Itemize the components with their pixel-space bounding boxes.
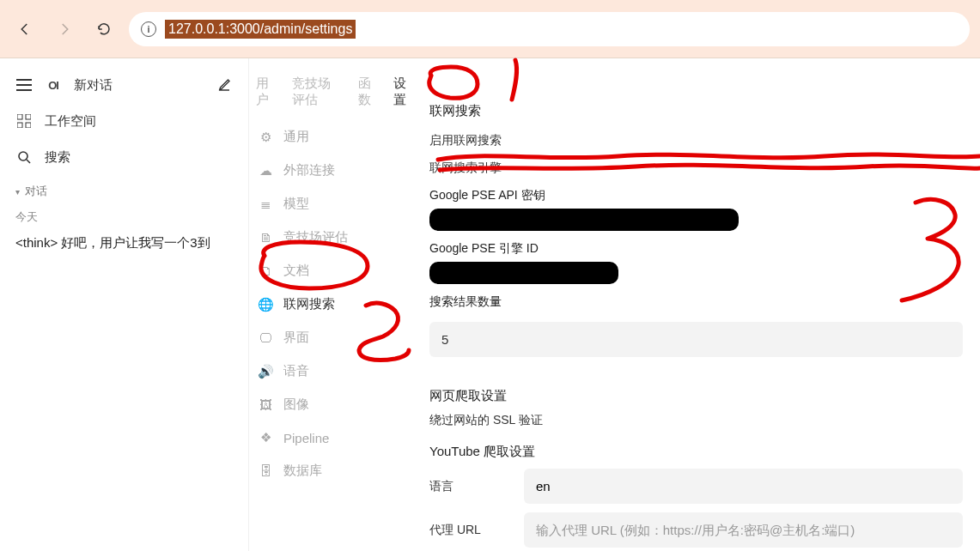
websearch-heading: 联网搜索 bbox=[429, 103, 963, 119]
settings-nav-voice[interactable]: 🔊 语音 bbox=[249, 354, 421, 388]
settings-nav-label: 外部连接 bbox=[283, 162, 335, 179]
svg-point-4 bbox=[19, 152, 27, 160]
globe-icon: 🌐 bbox=[258, 297, 273, 312]
settings-nav-external[interactable]: ☁ 外部连接 bbox=[249, 154, 421, 187]
proxy-row: 代理 URL bbox=[429, 512, 963, 548]
settings-nav-label: Pipeline bbox=[283, 431, 329, 445]
back-button[interactable] bbox=[10, 15, 40, 44]
settings-nav-pipeline[interactable]: ❖ Pipeline bbox=[249, 421, 421, 454]
settings-nav-label: 语音 bbox=[283, 363, 309, 379]
settings-content: 联网搜索 启用联网搜索 联网搜索引擎 Google PSE API 密钥 Goo… bbox=[421, 58, 980, 551]
engine-row: 联网搜索引擎 bbox=[429, 160, 963, 176]
settings-nav-column: 用户 竞技场评估 函数 设置 ⚙ 通用 ☁ 外部连接 ≣ 模型 🗎 竞技场评估 … bbox=[249, 58, 421, 551]
proxy-label: 代理 URL bbox=[429, 523, 481, 538]
new-chat-row[interactable]: OI 新对话 bbox=[10, 67, 238, 103]
settings-nav-label: 界面 bbox=[283, 330, 309, 346]
settings-nav-models[interactable]: ≣ 模型 bbox=[249, 187, 421, 221]
search-icon bbox=[15, 148, 33, 166]
settings-nav-label: 图像 bbox=[283, 397, 309, 413]
language-input[interactable] bbox=[524, 469, 963, 504]
chat-item[interactable]: <think> 好吧，用户让我写一个3到 bbox=[10, 228, 238, 258]
settings-nav-label: 文档 bbox=[283, 263, 309, 279]
grid-icon bbox=[15, 112, 33, 130]
image-icon: 🖼 bbox=[258, 397, 273, 413]
settings-nav-database[interactable]: 🗄 数据库 bbox=[249, 454, 421, 487]
engine-id-label: Google PSE 引擎 ID bbox=[429, 241, 963, 257]
engine-label: 联网搜索引擎 bbox=[429, 160, 502, 176]
workspace-row[interactable]: 工作空间 bbox=[10, 103, 238, 139]
ssl-bypass-row: 绕过网站的 SSL 验证 bbox=[429, 413, 963, 428]
api-key-label: Google PSE API 密钥 bbox=[429, 188, 963, 203]
arrow-left-icon bbox=[17, 21, 33, 37]
settings-nav-websearch[interactable]: 🌐 联网搜索 bbox=[249, 288, 421, 321]
conversations-section[interactable]: ▾ 对话 bbox=[10, 175, 238, 203]
ssl-bypass-label: 绕过网站的 SSL 验证 bbox=[429, 413, 543, 428]
settings-nav-label: 数据库 bbox=[283, 463, 322, 479]
new-chat-label: 新对话 bbox=[74, 77, 113, 94]
admin-tabs: 用户 竞技场评估 函数 设置 bbox=[249, 69, 421, 120]
language-row: 语言 bbox=[429, 469, 963, 504]
database-icon: 🗄 bbox=[258, 463, 273, 479]
left-sidebar: OI 新对话 工作空间 搜索 ▾ 对话 今天 <think> 好吧，用户让我写一… bbox=[0, 58, 249, 551]
svg-rect-2 bbox=[17, 123, 22, 128]
svg-rect-3 bbox=[26, 123, 31, 128]
tab-functions[interactable]: 函数 bbox=[358, 76, 379, 108]
tab-users[interactable]: 用户 bbox=[256, 76, 277, 108]
cloud-icon: ☁ bbox=[258, 163, 273, 179]
forward-button[interactable] bbox=[50, 15, 79, 44]
api-key-redacted[interactable] bbox=[429, 209, 739, 231]
tab-arena[interactable]: 竞技场评估 bbox=[292, 76, 343, 108]
youtube-heading: YouTube 爬取设置 bbox=[429, 444, 963, 460]
site-info-icon[interactable]: i bbox=[141, 21, 156, 37]
proxy-input[interactable] bbox=[524, 512, 963, 548]
result-count-input[interactable] bbox=[429, 322, 963, 357]
language-label: 语言 bbox=[429, 479, 481, 494]
settings-nav-label: 通用 bbox=[283, 129, 309, 145]
settings-nav-general[interactable]: ⚙ 通用 bbox=[249, 120, 421, 154]
svg-rect-1 bbox=[26, 114, 31, 119]
crawl-heading: 网页爬取设置 bbox=[429, 388, 963, 404]
url-bar[interactable]: i 127.0.0.1:3000/admin/settings bbox=[129, 12, 970, 46]
conversations-label: 对话 bbox=[25, 184, 47, 199]
engine-id-redacted[interactable] bbox=[429, 262, 618, 284]
today-label: 今天 bbox=[10, 203, 238, 228]
browser-chrome: i 127.0.0.1:3000/admin/settings bbox=[0, 0, 980, 58]
menu-icon[interactable] bbox=[15, 76, 33, 94]
enable-websearch-label: 启用联网搜索 bbox=[429, 133, 502, 148]
settings-nav-label: 模型 bbox=[283, 196, 309, 212]
svg-rect-0 bbox=[17, 114, 22, 119]
monitor-icon: 🖵 bbox=[258, 330, 273, 346]
compose-icon[interactable] bbox=[216, 76, 233, 94]
search-label: 搜索 bbox=[45, 149, 70, 166]
layers-icon: ❖ bbox=[258, 430, 273, 445]
stack-icon: ≣ bbox=[258, 197, 273, 212]
brand-icon: OI bbox=[45, 76, 62, 94]
gear-icon: ⚙ bbox=[258, 130, 273, 145]
reload-icon bbox=[96, 21, 112, 37]
settings-nav-interface[interactable]: 🖵 界面 bbox=[249, 321, 421, 354]
chevron-down-icon: ▾ bbox=[15, 187, 20, 197]
settings-nav-image[interactable]: 🖼 图像 bbox=[249, 388, 421, 421]
settings-nav-label: 联网搜索 bbox=[283, 296, 335, 312]
settings-nav-label: 竞技场评估 bbox=[283, 229, 348, 245]
search-row[interactable]: 搜索 bbox=[10, 139, 238, 175]
document-icon: 🗎 bbox=[258, 230, 273, 245]
app-body: OI 新对话 工作空间 搜索 ▾ 对话 今天 <think> 好吧，用户让我写一… bbox=[0, 58, 980, 551]
workspace-label: 工作空间 bbox=[45, 113, 96, 130]
url-text: 127.0.0.1:3000/admin/settings bbox=[165, 20, 356, 39]
file-icon: 🗋 bbox=[258, 263, 273, 279]
result-count-label: 搜索结果数量 bbox=[429, 294, 963, 310]
settings-nav-arena[interactable]: 🗎 竞技场评估 bbox=[249, 221, 421, 254]
tab-settings[interactable]: 设置 bbox=[393, 76, 414, 108]
arrow-right-icon bbox=[57, 21, 72, 37]
enable-websearch-row: 启用联网搜索 bbox=[429, 133, 963, 148]
speaker-icon: 🔊 bbox=[258, 364, 273, 379]
reload-button[interactable] bbox=[89, 15, 119, 44]
settings-nav-docs[interactable]: 🗋 文档 bbox=[249, 254, 421, 288]
